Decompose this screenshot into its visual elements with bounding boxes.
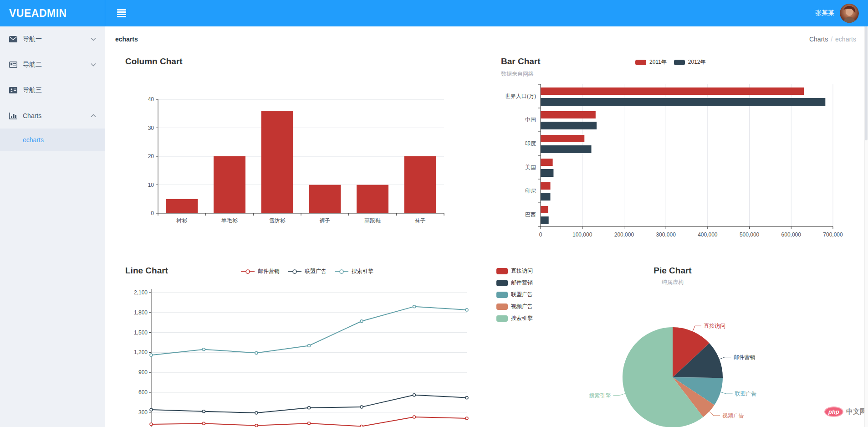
legend-item[interactable]: 联盟广告: [288, 268, 327, 275]
column-bars: [166, 111, 436, 213]
svg-text:20: 20: [148, 153, 154, 159]
svg-text:邮件营销: 邮件营销: [734, 354, 756, 360]
watermark: php 中文网: [824, 406, 867, 417]
svg-text:印尼: 印尼: [525, 188, 536, 194]
pie-chart-canvas: 直接访问邮件营销联盟广告视频广告搜索引擎: [560, 298, 833, 427]
legend-swatch: [496, 292, 508, 298]
svg-text:世界人口(万): 世界人口(万): [505, 93, 536, 99]
bar-chart-icon: [9, 113, 18, 119]
sidebar-item-label: 导航二: [23, 61, 42, 69]
svg-text:雪纺衫: 雪纺衫: [269, 217, 286, 224]
svg-text:400,000: 400,000: [698, 232, 718, 238]
sidebar-item-charts[interactable]: Charts: [0, 103, 105, 129]
id-card-icon: [9, 62, 18, 68]
php-logo: php: [824, 406, 843, 417]
svg-text:视频广告: 视频广告: [722, 412, 744, 419]
sidebar-item-nav1[interactable]: 导航一: [0, 26, 105, 52]
legend-swatch: [496, 268, 508, 274]
legend-label: 直接访问: [511, 267, 533, 275]
column-chart-canvas: 010203040衬衫羊毛衫雪纺衫裤子高跟鞋袜子: [137, 80, 455, 226]
bar-groups: [541, 87, 825, 224]
breadcrumb-separator: /: [831, 36, 832, 43]
legend-item[interactable]: 视频广告: [496, 303, 533, 310]
pie-chart-subtitle: 纯属虚构: [627, 278, 718, 286]
avatar-image: [840, 4, 859, 23]
bar-chart-legend: 2011年2012年: [635, 58, 706, 66]
main-content: echarts Charts/echarts Column Chart 0102…: [105, 26, 868, 427]
svg-text:500,000: 500,000: [740, 232, 760, 238]
svg-text:高跟鞋: 高跟鞋: [364, 217, 381, 224]
app-header: VUEADMIN 张某某: [0, 0, 868, 26]
svg-text:700,000: 700,000: [823, 232, 843, 238]
svg-text:0: 0: [539, 232, 542, 238]
legend-label: 邮件营销: [511, 279, 533, 287]
bar-chart-title: Bar Chart: [501, 57, 541, 67]
legend-swatch: [496, 315, 508, 322]
line-chart-legend: 邮件营销联盟广告搜索引擎: [241, 268, 373, 275]
legend-label: 2012年: [688, 58, 706, 66]
legend-label: 搜索引擎: [511, 314, 533, 322]
breadcrumb: Charts/echarts: [809, 36, 856, 43]
legend-label: 搜索引擎: [352, 268, 373, 275]
legend-swatch: [496, 304, 508, 310]
legend-swatch: [635, 60, 646, 65]
legend-item[interactable]: 2012年: [674, 58, 706, 66]
line-series: [150, 394, 468, 414]
legend-item[interactable]: 邮件营销: [496, 279, 533, 287]
sidebar-item-nav2[interactable]: 导航二: [0, 52, 105, 77]
pie-chart-title: Pie Chart: [627, 266, 718, 276]
page-title: echarts: [115, 36, 138, 43]
sidebar-item-label: 导航三: [23, 86, 42, 94]
svg-text:40: 40: [148, 96, 154, 103]
envelope-icon: [9, 36, 18, 42]
chevron-down-icon: [91, 37, 96, 41]
legend-item[interactable]: 2011年: [635, 58, 667, 66]
svg-text:裤子: 裤子: [319, 217, 330, 224]
svg-text:中国: 中国: [525, 117, 536, 123]
legend-item[interactable]: 搜索引擎: [335, 268, 373, 275]
line-series: [150, 416, 468, 427]
svg-text:10: 10: [148, 182, 154, 188]
legend-item[interactable]: 联盟广告: [496, 291, 533, 298]
menu-toggle-icon[interactable]: [117, 9, 126, 17]
svg-text:袜子: 袜子: [415, 217, 426, 224]
svg-text:直接访问: 直接访问: [704, 323, 725, 329]
header-toolbar: 张某某: [105, 0, 868, 26]
app-logo: VUEADMIN: [0, 0, 105, 26]
svg-text:600,000: 600,000: [781, 232, 802, 238]
line-chart-title: Line Chart: [125, 266, 168, 276]
legend-label: 视频广告: [511, 303, 533, 310]
svg-text:900: 900: [138, 369, 148, 376]
svg-text:美国: 美国: [525, 164, 536, 170]
breadcrumb-current: echarts: [835, 36, 856, 43]
bar-chart-subtitle: 数据来自网络: [501, 70, 534, 78]
svg-text:联盟广告: 联盟广告: [735, 391, 757, 397]
svg-text:600: 600: [138, 389, 148, 396]
sidebar-item-nav3[interactable]: 导航三: [0, 77, 105, 103]
svg-text:巴西: 巴西: [525, 211, 536, 218]
column-chart-title: Column Chart: [125, 57, 183, 67]
legend-item[interactable]: 直接访问: [496, 267, 533, 275]
pie-slices: [623, 327, 723, 427]
svg-text:200,000: 200,000: [614, 232, 634, 238]
avatar[interactable]: [840, 4, 859, 23]
legend-label: 邮件营销: [258, 268, 280, 275]
breadcrumb-parent[interactable]: Charts: [809, 36, 828, 43]
legend-label: 联盟广告: [305, 268, 327, 275]
scrollbar-track[interactable]: [864, 26, 868, 427]
scrollbar-thumb[interactable]: [865, 26, 868, 140]
svg-text:30: 30: [148, 125, 154, 131]
svg-text:印度: 印度: [525, 140, 536, 147]
svg-text:0: 0: [151, 210, 154, 216]
bar-chart-canvas: 0100,000200,000300,000400,000500,000600,…: [499, 81, 845, 238]
legend-swatch: [496, 280, 508, 286]
svg-text:搜索引擎: 搜索引擎: [589, 392, 611, 399]
legend-item[interactable]: 邮件营销: [241, 268, 280, 275]
legend-item[interactable]: 搜索引擎: [496, 314, 533, 322]
svg-text:1,200: 1,200: [134, 349, 148, 355]
svg-text:300,000: 300,000: [656, 232, 676, 238]
svg-text:300: 300: [138, 409, 148, 416]
svg-text:衬衫: 衬衫: [176, 217, 187, 224]
username[interactable]: 张某某: [815, 9, 834, 17]
sidebar-subitem-echarts[interactable]: echarts: [0, 129, 105, 151]
